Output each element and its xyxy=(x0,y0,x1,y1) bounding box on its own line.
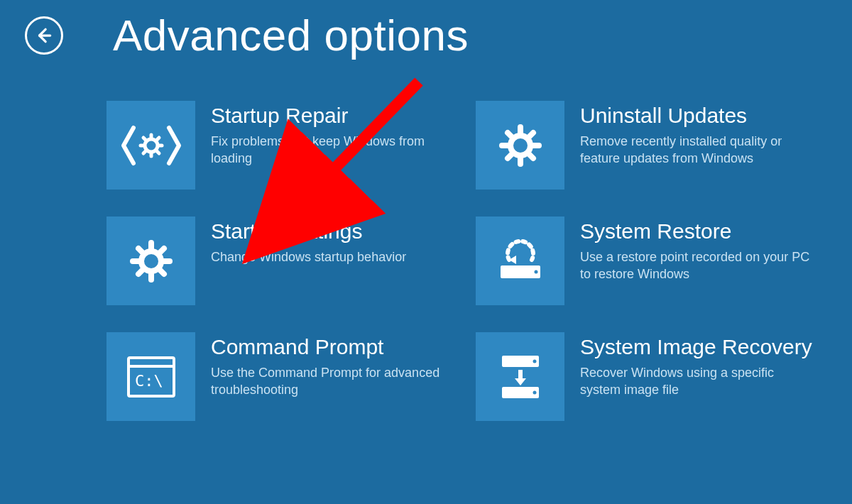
svg-marker-39 xyxy=(515,378,526,385)
tile-startup-settings[interactable]: Startup Settings Change Windows startup … xyxy=(106,217,454,305)
svg-point-35 xyxy=(532,359,536,363)
tile-startup-repair[interactable]: Startup Repair Fix problems that keep Wi… xyxy=(106,101,454,190)
advanced-options-screen: Advanced options xyxy=(0,0,852,504)
svg-point-19 xyxy=(141,251,161,271)
tile-title: Startup Repair xyxy=(211,104,445,128)
svg-line-18 xyxy=(530,155,533,158)
svg-line-25 xyxy=(160,248,164,252)
svg-line-24 xyxy=(138,248,142,252)
tile-desc: Use a restore point recorded on your PC … xyxy=(580,248,814,283)
tile-title: Uninstall Updates xyxy=(580,104,814,128)
svg-line-27 xyxy=(160,270,164,274)
tile-title: System Restore xyxy=(580,219,814,244)
svg-line-26 xyxy=(138,270,142,274)
uninstall-updates-icon xyxy=(476,101,564,190)
tile-system-restore[interactable]: System Restore Use a restore point recor… xyxy=(476,217,824,305)
tile-desc: Remove recently installed quality or fea… xyxy=(580,133,814,168)
tile-title: Startup Settings xyxy=(211,219,406,244)
options-grid: Startup Repair Fix problems that keep Wi… xyxy=(106,101,831,421)
arrow-left-icon xyxy=(35,26,53,45)
tile-desc: Fix problems that keep Windows from load… xyxy=(211,133,445,168)
svg-point-29 xyxy=(534,270,537,273)
tile-desc: Recover Windows using a specific system … xyxy=(580,364,814,399)
tile-text: Startup Repair Fix problems that keep Wi… xyxy=(195,101,445,190)
system-restore-icon xyxy=(476,217,564,305)
back-button[interactable] xyxy=(25,16,63,55)
svg-line-16 xyxy=(530,133,533,136)
tile-system-image-recovery[interactable]: System Image Recovery Recover Windows us… xyxy=(476,332,824,421)
tile-title: Command Prompt xyxy=(211,335,445,360)
tile-desc: Change Windows startup behavior xyxy=(211,248,406,265)
svg-line-8 xyxy=(143,151,146,153)
svg-line-15 xyxy=(508,133,511,136)
svg-point-37 xyxy=(532,390,536,394)
tile-desc: Use the Command Prompt for advanced trou… xyxy=(211,364,445,399)
svg-line-17 xyxy=(508,155,511,158)
tile-text: Uninstall Updates Remove recently instal… xyxy=(564,101,814,190)
tile-uninstall-updates[interactable]: Uninstall Updates Remove recently instal… xyxy=(476,101,824,190)
tile-text: Command Prompt Use the Command Prompt fo… xyxy=(195,332,445,421)
command-prompt-icon: C:\ xyxy=(106,332,195,421)
svg-line-6 xyxy=(143,138,146,140)
svg-text:C:\: C:\ xyxy=(135,372,163,390)
page-title: Advanced options xyxy=(113,13,469,57)
svg-point-10 xyxy=(510,136,530,155)
tile-title: System Image Recovery xyxy=(580,335,814,360)
svg-line-9 xyxy=(157,151,159,153)
tile-text: Startup Settings Change Windows startup … xyxy=(195,217,406,305)
startup-settings-icon xyxy=(106,217,195,305)
svg-line-7 xyxy=(157,138,159,140)
tile-command-prompt[interactable]: C:\ Command Prompt Use the Command Promp… xyxy=(106,332,454,421)
tile-text: System Restore Use a restore point recor… xyxy=(564,217,814,305)
startup-repair-icon xyxy=(106,101,195,190)
tile-text: System Image Recovery Recover Windows us… xyxy=(564,332,814,421)
system-image-recovery-icon xyxy=(476,332,564,421)
header: Advanced options xyxy=(25,0,469,71)
